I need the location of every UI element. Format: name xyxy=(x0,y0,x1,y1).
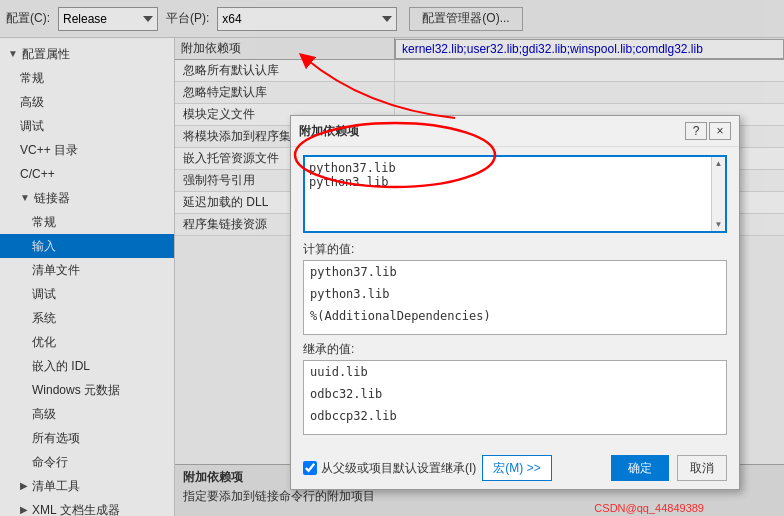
inherited-label: 继承的值: xyxy=(303,341,727,358)
macro-btn[interactable]: 宏(M) >> xyxy=(482,455,551,481)
dialog-controls: ? × xyxy=(685,122,731,140)
ok-btn[interactable]: 确定 xyxy=(611,455,669,481)
footer-right: 确定 取消 xyxy=(611,455,727,481)
dialog-body: python37.lib python3.lib ▲ ▼ 计算的值: pytho… xyxy=(291,147,739,449)
inherit-checkbox[interactable] xyxy=(303,461,317,475)
inherited-list: uuid.lib odbc32.lib odbccp32.lib xyxy=(303,360,727,435)
computed-item-0: python37.lib xyxy=(304,261,726,283)
footer-left: 从父级或项目默认设置继承(I) 宏(M) >> xyxy=(303,455,605,481)
computed-label: 计算的值: xyxy=(303,241,727,258)
inherited-item-0: uuid.lib xyxy=(304,361,726,383)
dialog-title: 附加依赖项 xyxy=(299,123,359,140)
inherit-label-text: 从父级或项目默认设置继承(I) xyxy=(321,460,476,477)
inherited-item-1: odbc32.lib xyxy=(304,383,726,405)
watermark: CSDN@qq_44849389 xyxy=(594,502,704,514)
dialog-overlay: 附加依赖项 ? × python37.lib python3.lib ▲ ▼ 计… xyxy=(0,0,784,516)
dialog-help-btn[interactable]: ? xyxy=(685,122,707,140)
computed-item-1: python3.lib xyxy=(304,283,726,305)
cancel-btn[interactable]: 取消 xyxy=(677,455,727,481)
computed-list: python37.lib python3.lib %(AdditionalDep… xyxy=(303,260,727,335)
inherited-item-2: odbccp32.lib xyxy=(304,405,726,427)
computed-item-2: %(AdditionalDependencies) xyxy=(304,305,726,327)
inherit-checkbox-label[interactable]: 从父级或项目默认设置继承(I) xyxy=(303,460,476,477)
dialog-titlebar: 附加依赖项 ? × xyxy=(291,116,739,147)
dialog-footer: 从父级或项目默认设置继承(I) 宏(M) >> 确定 取消 xyxy=(291,449,739,489)
dialog-close-btn[interactable]: × xyxy=(709,122,731,140)
dialog: 附加依赖项 ? × python37.lib python3.lib ▲ ▼ 计… xyxy=(290,115,740,490)
dialog-input[interactable]: python37.lib python3.lib xyxy=(305,157,725,231)
